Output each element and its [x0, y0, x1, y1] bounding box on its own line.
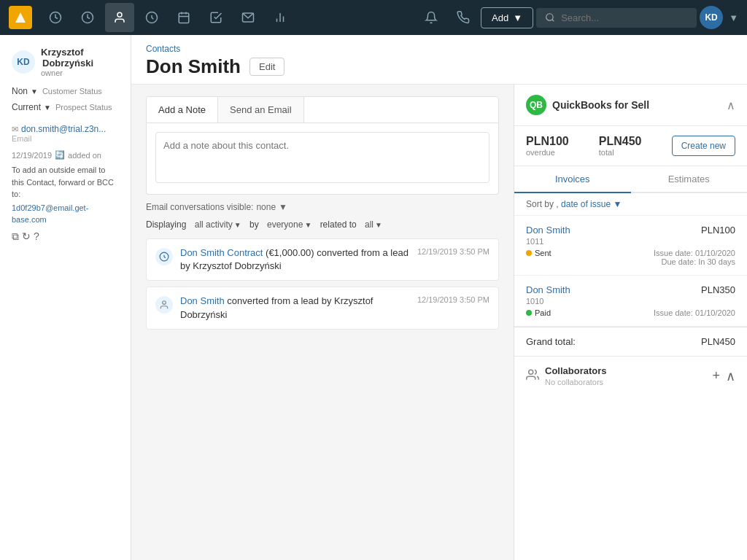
person-link[interactable]: Don Smith — [180, 295, 225, 306]
nav-reports[interactable] — [266, 3, 295, 32]
invoice-dates-0: Issue date: 01/10/2020 Due date: In 30 d… — [654, 249, 735, 266]
prospect-status-chevron: ▼ — [44, 104, 51, 112]
top-nav: Add ▼ KD ▼ — [0, 0, 747, 35]
app-logo[interactable] — [9, 6, 32, 29]
everyone-chevron: ▼ — [304, 221, 311, 229]
overdue-stat: PLN100 overdue — [526, 135, 569, 157]
email-icon: ✉ — [12, 125, 18, 134]
invoice-item[interactable]: Don Smith PLN100 1011 Sent Issue date: 0… — [514, 216, 747, 276]
collaborators-icon — [526, 368, 539, 384]
nav-deals[interactable] — [137, 3, 166, 32]
activity-item: Don Smith Contract (€1,000.00) converted… — [146, 238, 499, 281]
collaborators-subtitle: No collaborators — [545, 378, 607, 386]
content-area: Contacts Don Smith Edit Add a Note Send … — [131, 35, 747, 560]
search-input[interactable] — [561, 12, 678, 23]
added-icon: 🔄 — [55, 150, 65, 160]
invoice-amount-0: PLN100 — [701, 225, 735, 236]
middle-panel: Add a Note Send an Email Email conversat… — [131, 85, 514, 560]
collaborators-title: Collaborators — [545, 365, 607, 376]
tab-send-email[interactable]: Send an Email — [218, 97, 304, 122]
page-title: Don Smith — [146, 55, 241, 78]
svg-point-3 — [117, 12, 122, 17]
grand-total: Grand total: PLN450 — [514, 327, 747, 356]
note-tabs: Add a Note Send an Email — [146, 96, 499, 123]
invoice-number-1: 1010 — [526, 297, 735, 306]
filter-all[interactable]: all ▼ — [365, 219, 382, 230]
quickbooks-title: QuickBooks for Sell — [552, 99, 649, 111]
search-box[interactable] — [536, 8, 697, 28]
deal-icon — [155, 248, 173, 265]
collaborators-collapse[interactable]: ∧ — [726, 368, 735, 384]
sort-link[interactable]: date of issue ▼ — [561, 199, 622, 209]
note-textarea[interactable] — [155, 132, 489, 183]
email-visibility-toggle[interactable]: none — [256, 202, 276, 212]
invoice-dates-1: Issue date: 01/10/2020 — [654, 308, 735, 317]
nav-dashboard[interactable] — [41, 3, 70, 32]
status-dot-sent — [526, 250, 532, 256]
sidebar: KD Krzysztof Dobrzyński owner Non ▼ Cust… — [0, 35, 131, 560]
content-header: Contacts Don Smith Edit — [131, 35, 747, 85]
filter-everyone[interactable]: everyone ▼ — [267, 219, 311, 230]
quickbooks-stats: PLN100 overdue PLN450 total Create new — [514, 126, 747, 166]
copy-icon[interactable]: ⧉ — [12, 229, 19, 244]
sort-chevron: ▼ — [613, 199, 622, 209]
invoice-amount-1: PLN350 — [701, 284, 735, 295]
overdue-amount: PLN100 — [526, 135, 569, 148]
user-menu-chevron[interactable]: ▼ — [729, 12, 738, 23]
user-avatar[interactable]: KD — [700, 6, 723, 29]
prospect-status-value[interactable]: Current ▼ Prospect Status — [12, 102, 119, 112]
nav-emails[interactable] — [233, 3, 263, 32]
customer-status-chevron: ▼ — [31, 88, 38, 96]
right-panel: QB QuickBooks for Sell ∧ PLN100 overdue … — [514, 85, 747, 560]
nav-calendar[interactable] — [169, 3, 198, 32]
email-label: Email — [12, 134, 119, 143]
forward-email-address[interactable]: 1d0f29b7@email.get-base.com — [12, 202, 119, 226]
email-visibility-chevron[interactable]: ▼ — [279, 202, 287, 212]
refresh-icon[interactable]: ↻ — [22, 229, 31, 244]
invoice-item[interactable]: Don Smith PLN350 1010 Paid Issue date: 0… — [514, 276, 747, 327]
total-label: total — [599, 148, 642, 157]
quickbooks-header: QB QuickBooks for Sell ∧ — [514, 85, 747, 126]
nav-tasks[interactable] — [201, 3, 231, 32]
owner-role: owner — [41, 69, 119, 77]
svg-rect-5 — [179, 13, 189, 23]
tab-invoices[interactable]: Invoices — [514, 166, 631, 193]
content-body: Add a Note Send an Email Email conversat… — [131, 85, 747, 560]
invoice-name-1: Don Smith — [526, 284, 570, 295]
svg-point-16 — [163, 301, 166, 305]
nav-timer[interactable] — [73, 3, 102, 32]
customer-status-value[interactable]: Non ▼ Customer Status — [12, 86, 119, 96]
email-field: ✉ don.smith@trial.z3n... Email — [12, 124, 119, 143]
breadcrumb[interactable]: Contacts — [146, 44, 732, 54]
deal-link[interactable]: Don Smith Contract — [180, 247, 263, 258]
invoice-status-0: Sent — [526, 249, 551, 257]
svg-marker-0 — [15, 12, 26, 23]
svg-point-13 — [546, 14, 553, 20]
filter-all-activity[interactable]: all activity ▼ — [195, 219, 241, 230]
activity-filter: Displaying all activity ▼ by everyone ▼ … — [146, 219, 499, 230]
owner-avatar: KD — [12, 50, 35, 74]
nav-contacts[interactable] — [105, 3, 134, 32]
add-collaborator-button[interactable]: + — [712, 368, 720, 384]
svg-point-17 — [529, 370, 533, 374]
all-chevron: ▼ — [375, 221, 382, 229]
nav-phone[interactable] — [449, 3, 478, 32]
edit-button[interactable]: Edit — [249, 58, 285, 76]
activity-time-1: 12/19/2019 3:50 PM — [417, 295, 489, 306]
nav-notifications[interactable] — [417, 3, 446, 32]
create-new-button[interactable]: Create new — [672, 136, 735, 156]
owner-section: KD Krzysztof Dobrzyński owner — [12, 47, 119, 77]
note-area — [146, 123, 499, 195]
customer-status-row: Non ▼ Customer Status — [12, 86, 119, 96]
tab-estimates[interactable]: Estimates — [631, 166, 748, 192]
tab-add-note[interactable]: Add a Note — [147, 97, 218, 122]
total-stat: PLN450 total — [599, 135, 642, 157]
activity-chevron: ▼ — [234, 221, 241, 229]
quickbooks-logo: QB — [526, 95, 546, 115]
help-icon[interactable]: ? — [34, 229, 39, 244]
invoice-status-1: Paid — [526, 308, 551, 317]
activity-time-0: 12/19/2019 3:50 PM — [417, 246, 489, 257]
quickbooks-collapse[interactable]: ∧ — [727, 98, 735, 112]
forward-email-section: To add an outside email to this Contact,… — [12, 164, 119, 244]
add-button[interactable]: Add ▼ — [481, 7, 533, 28]
